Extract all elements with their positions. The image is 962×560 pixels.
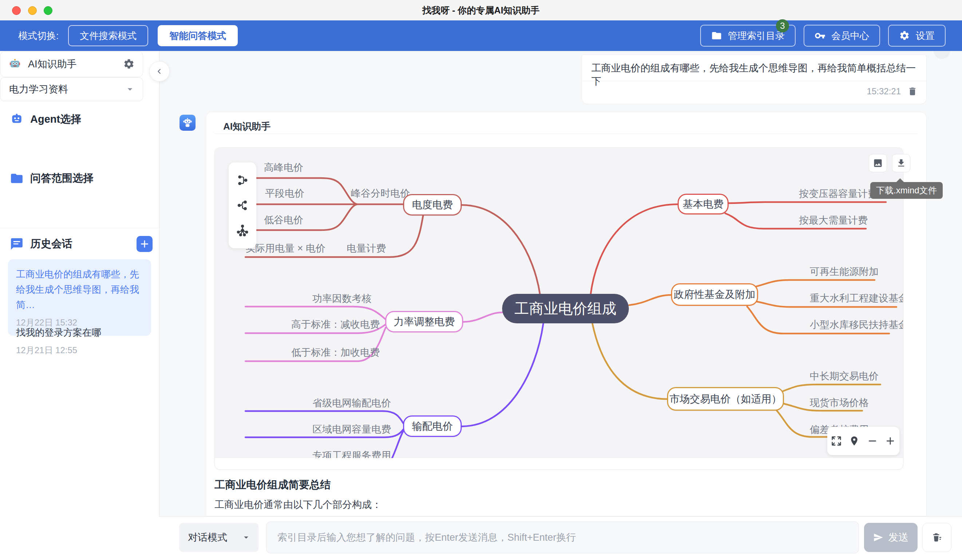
mindmap-leaf-label[interactable]: 小型水库移民扶持基金 [810,318,903,331]
mode-header: 模式切换: 文件搜索模式 智能问答模式 管理索引目录 3 会员中心 设置 [0,20,962,51]
manage-index-label: 管理索引目录 [728,29,784,42]
chat-bubble-icon [10,237,24,251]
member-center-button[interactable]: 会员中心 [804,25,880,47]
mindmap-node[interactable]: 基本电费 [678,194,729,215]
mindmap-leaf-label[interactable]: 中长期交易电价 [810,370,879,382]
mindmap-leaf-label[interactable]: 省级电网输配电价 [312,397,391,410]
summary-title: 工商业电价组成简要总结 [215,478,331,492]
mindmap-subnode-label[interactable]: 峰谷分时电价 [351,187,410,200]
folder-icon [711,30,722,41]
mindmap-center-label: 工商业电价组成 [515,299,617,319]
index-count-badge: 3 [776,19,789,32]
assistant-name: AI知识助手 [223,120,271,133]
agent-avatar-icon [8,58,21,71]
user-message-time: 15:32:21 [867,86,901,97]
mindmap-node-label: 力率调整电费 [394,315,455,329]
window-title: 找我呀 - 你的专属AI知识助手 [0,0,962,20]
chevron-left-icon [155,67,163,75]
delete-message-icon[interactable] [907,86,918,97]
mindmap-node[interactable]: 政府性基金及附加 [671,283,758,306]
mindmap-leaf-label[interactable]: 重大水利工程建设基金 [810,292,903,305]
agent-settings-gear-icon[interactable] [123,58,135,70]
mindmap-leaf-label[interactable]: 实际用电量 × 电价 [245,242,326,255]
download-tooltip: 下载.xmind文件 [870,182,943,199]
sidebar-collapse-button[interactable] [149,61,169,82]
mindmap-node-label: 基本电费 [683,197,723,211]
sidebar: Agent选择 AI知识助手 问答范围选择 电力学习资料 历史会话 工商业电价的… [0,51,160,560]
mindmap-export-actions [869,154,910,172]
center-location-icon[interactable] [849,436,860,446]
zoom-in-icon[interactable] [885,436,896,446]
layout-radial-icon[interactable] [236,224,249,237]
mindmap-node-label: 市场交易电价（如适用） [670,392,782,406]
mindmap-subnode-label[interactable]: 电量计费 [347,242,386,255]
download-tooltip-text: 下载.xmind文件 [876,185,937,196]
mindmap-leaf-label[interactable]: 高峰电价 [264,161,303,174]
layout-tree-right-icon[interactable] [236,199,249,212]
mindmap-panel: 高峰电价 平段电价 峰谷分时电价 低谷电价 实际用电量 × 电价 电量计费 按变… [215,147,903,470]
chat-mode-value: 对话模式 [188,531,227,544]
history-section-title: 历史会话 [30,237,73,251]
image-icon [873,158,883,168]
mindmap-leaf-label[interactable]: 按最大需量计费 [799,214,868,227]
manage-index-button[interactable]: 管理索引目录 3 [700,25,796,47]
history-item-title: 工商业电价的组成有哪些，先给我生成个思维导图，再给我简… [16,266,143,312]
chat-mode-select[interactable]: 对话模式 [179,523,258,552]
mindmap-leaf-label[interactable]: 高于标准：减收电费 [291,318,380,331]
user-message-text: 工商业电价的组成有哪些，先给我生成个思维导图，再给我简单概括总结一下 [591,61,919,88]
assistant-card-divider [215,134,918,134]
settings-button[interactable]: 设置 [888,25,946,47]
mindmap-node[interactable]: 电度电费 [403,194,462,216]
mode-file-search-button[interactable]: 文件搜索模式 [68,25,148,46]
title-bar: 找我呀 - 你的专属AI知识助手 [0,0,962,21]
send-icon [873,533,883,542]
send-label: 发送 [888,531,909,544]
fullscreen-icon[interactable] [831,436,842,446]
sidebar-divider [0,228,159,228]
settings-label: 设置 [916,29,935,42]
clear-conversation-button[interactable] [922,523,951,552]
send-button[interactable]: 发送 [864,523,918,552]
mindmap-leaf-label[interactable]: 专项工程服务费用 [312,449,391,458]
history-item-title: 找我的登录方案在哪 [16,325,143,340]
mindmap-leaf-label[interactable]: 功率因数考核 [312,292,371,305]
layout-tree-left-icon[interactable] [236,174,249,187]
message-input[interactable] [266,521,859,554]
mindmap-leaf-label[interactable]: 可再生能源附加 [810,265,879,278]
scope-section-header: 问答范围选择 [10,171,94,186]
mindmap-layout-toolbar [229,162,256,249]
mindmap-center-node[interactable]: 工商业电价组成 [502,294,629,323]
plus-icon [140,239,149,249]
scope-select[interactable]: 电力学习资料 [0,77,143,101]
mindmap-leaf-label[interactable]: 低谷电价 [264,213,303,226]
mindmap-node[interactable]: 市场交易电价（如适用） [667,387,784,411]
export-image-button[interactable] [869,154,887,172]
download-xmind-button[interactable] [892,154,910,172]
mindmap-node-label: 政府性基金及附加 [674,288,755,302]
mindmap-leaf-label[interactable]: 按变压器容量计费 [799,187,878,200]
app-window: 找我呀 - 你的专属AI知识助手 模式切换: 文件搜索模式 智能问答模式 管理索… [0,0,962,560]
caret-down-icon [242,534,250,541]
download-icon [896,158,906,168]
mindmap-canvas[interactable]: 高峰电价 平段电价 峰谷分时电价 低谷电价 实际用电量 × 电价 电量计费 按变… [215,148,903,458]
mindmap-leaf-label[interactable]: 现货市场价格 [810,396,869,409]
mindmap-node[interactable]: 输配电价 [403,415,462,437]
chevron-down-icon [126,85,134,93]
agent-card[interactable]: AI知识助手 [0,51,143,77]
mindmap-leaf-label[interactable]: 低于标准：加收电费 [291,346,380,359]
key-icon [815,30,825,41]
assistant-robot-icon [182,117,193,129]
zoom-out-icon[interactable] [867,436,878,446]
mindmap-leaf-label[interactable]: 区域电网容量电费 [312,423,391,436]
folder-icon [10,171,24,186]
mode-smart-qa-button[interactable]: 智能问答模式 [158,25,238,46]
mindmap-node[interactable]: 力率调整电费 [385,311,463,332]
history-item[interactable]: 找我的登录方案在哪 12月21日 12:55 [8,318,151,363]
mode-switch-label: 模式切换: [18,29,59,42]
mindmap-leaf-label[interactable]: 平段电价 [265,187,304,200]
user-message-card: 工商业电价的组成有哪些，先给我生成个思维导图，再给我简单概括总结一下 15:32… [581,55,926,104]
mindmap-node-label: 输配电价 [412,420,453,433]
robot-icon [10,113,24,126]
new-conversation-button[interactable] [137,236,153,252]
assistant-avatar [179,115,195,131]
